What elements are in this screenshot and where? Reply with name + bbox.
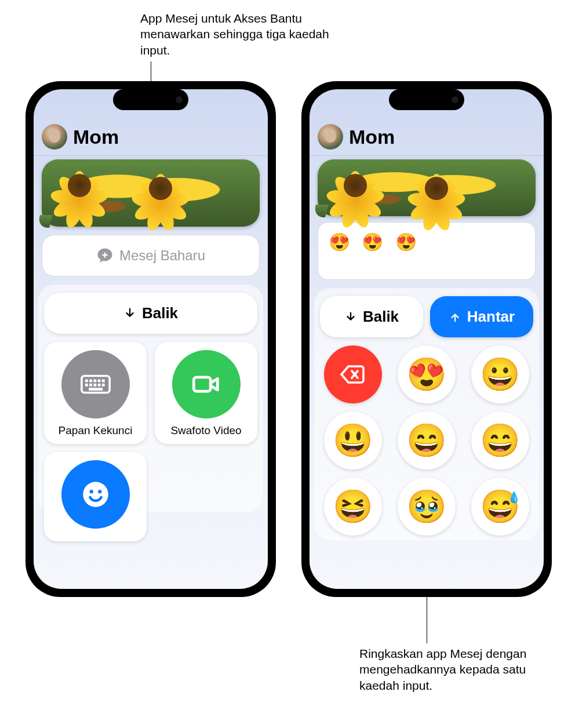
arrow-down-icon bbox=[123, 307, 136, 320]
svg-rect-5 bbox=[101, 380, 104, 383]
method-video-label: Swafoto Video bbox=[170, 424, 241, 437]
svg-rect-3 bbox=[93, 380, 96, 383]
callout-bottom: Ringkaskan app Mesej dengan mengehadkann… bbox=[359, 646, 545, 693]
method-emoji[interactable] bbox=[44, 452, 147, 541]
method-video[interactable]: Swafoto Video bbox=[155, 342, 257, 444]
delete-button[interactable] bbox=[324, 345, 382, 403]
method-keyboard-label: Papan Kekunci bbox=[59, 424, 133, 437]
back-label: Balik bbox=[363, 308, 399, 326]
svg-rect-8 bbox=[93, 384, 96, 387]
screen-left: Mom Mesej Baharu Balik Papan Kekun bbox=[34, 89, 268, 589]
arrow-up-icon bbox=[449, 311, 461, 323]
svg-rect-1 bbox=[85, 380, 88, 383]
contact-name: Mom bbox=[73, 126, 119, 148]
dynamic-island bbox=[113, 89, 188, 110]
svg-point-14 bbox=[89, 490, 93, 493]
svg-rect-10 bbox=[101, 384, 104, 387]
screen-right: Mom 😍 😍 😍 Balik Hantar bbox=[310, 89, 544, 589]
contact-name: Mom bbox=[349, 126, 395, 148]
new-message-placeholder: Mesej Baharu bbox=[119, 247, 205, 264]
avatar bbox=[318, 124, 343, 150]
emoji-button[interactable]: 😄 bbox=[398, 412, 456, 469]
svg-rect-7 bbox=[89, 384, 92, 387]
backspace-icon bbox=[339, 361, 367, 388]
svg-rect-11 bbox=[88, 388, 102, 391]
emoji-button[interactable]: 😍 bbox=[398, 345, 456, 403]
send-button[interactable]: Hantar bbox=[430, 296, 533, 337]
emoji-button[interactable]: 😄 bbox=[471, 412, 529, 469]
svg-rect-2 bbox=[89, 380, 92, 383]
svg-point-15 bbox=[98, 490, 101, 493]
send-label: Hantar bbox=[467, 308, 515, 326]
new-message-field[interactable]: Mesej Baharu bbox=[42, 235, 260, 276]
callout-line-top bbox=[151, 61, 151, 82]
dynamic-island bbox=[389, 89, 464, 110]
callout-top: App Mesej untuk Akses Bantu menawarkan s… bbox=[140, 10, 332, 58]
bottom-panel: Balik Papan Kekunci Swafoto Video bbox=[38, 285, 263, 512]
avatar bbox=[42, 124, 67, 150]
emoji-icon bbox=[61, 460, 130, 529]
phone-right: Mom 😍 😍 😍 Balik Hantar bbox=[301, 81, 552, 597]
svg-rect-6 bbox=[85, 384, 88, 387]
phone-left: Mom Mesej Baharu Balik Papan Kekun bbox=[26, 81, 276, 597]
svg-point-13 bbox=[83, 482, 108, 507]
bottom-panel: Balik Hantar 😍 😀 😃 😄 😄 😆 🥹 😅 bbox=[314, 288, 539, 540]
arrow-down-icon bbox=[344, 311, 357, 323]
new-message-icon bbox=[96, 247, 114, 264]
keyboard-icon bbox=[61, 350, 130, 418]
method-keyboard[interactable]: Papan Kekunci bbox=[44, 342, 147, 444]
svg-rect-9 bbox=[97, 384, 100, 387]
emoji-grid: 😍 😀 😃 😄 😄 😆 🥹 😅 bbox=[320, 345, 533, 540]
compose-field[interactable]: 😍 😍 😍 bbox=[318, 222, 536, 280]
emoji-button[interactable]: 😃 bbox=[324, 412, 382, 469]
message-photo-bubble bbox=[42, 159, 260, 227]
emoji-button[interactable]: 😆 bbox=[324, 478, 382, 536]
callout-line-bottom bbox=[427, 597, 427, 643]
message-photo-bubble bbox=[318, 159, 536, 216]
svg-rect-12 bbox=[194, 377, 210, 391]
back-button[interactable]: Balik bbox=[44, 293, 257, 334]
back-button[interactable]: Balik bbox=[320, 296, 423, 337]
emoji-button[interactable]: 😅 bbox=[471, 478, 529, 536]
svg-rect-4 bbox=[97, 380, 100, 383]
emoji-button[interactable]: 😀 bbox=[471, 345, 529, 403]
back-label: Balik bbox=[142, 304, 178, 322]
emoji-button[interactable]: 🥹 bbox=[398, 478, 456, 536]
video-icon bbox=[172, 350, 241, 418]
